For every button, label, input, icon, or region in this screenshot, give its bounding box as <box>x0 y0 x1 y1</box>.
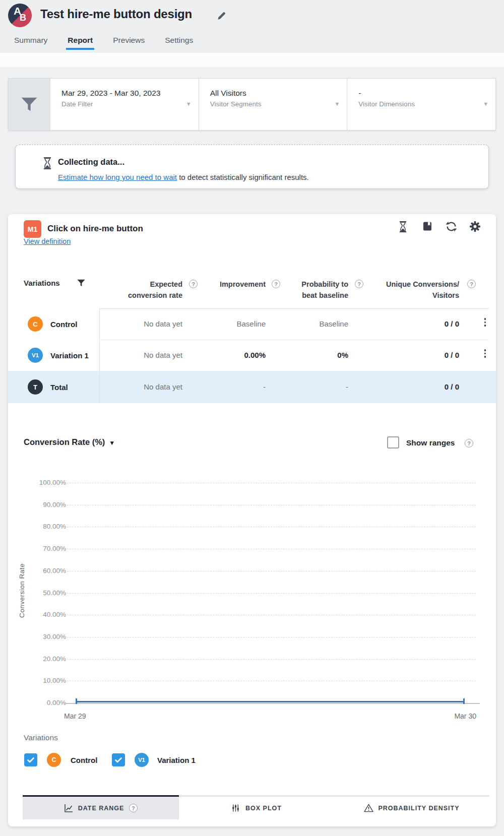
help-icon[interactable]: ? <box>467 280 476 288</box>
filter-bar: Mar 29, 2023 - Mar 30, 2023 Date Filter … <box>8 78 496 131</box>
show-ranges-checkbox[interactable] <box>387 436 399 448</box>
total-badge: T <box>28 379 43 395</box>
cell-improvement: Baseline <box>236 319 266 328</box>
y-gridline <box>67 571 476 571</box>
table-divider-vertical <box>99 308 100 403</box>
visitor-dimensions-dropdown[interactable]: - Visitor Dimensions ▼ <box>347 78 496 131</box>
conversion-rate-series-line <box>76 701 465 702</box>
legend-control-label: Control <box>71 756 97 764</box>
variation-name: Control <box>50 320 77 329</box>
variation-1-legend-checkbox[interactable] <box>112 753 125 766</box>
collecting-data-alert: Collecting data... Estimate how long you… <box>15 145 489 189</box>
tab-probability-density[interactable]: PROBABILITY DENSITY <box>334 797 489 819</box>
y-gridline <box>67 549 476 549</box>
logo-letter-b: B <box>20 13 26 23</box>
control-badge: C <box>28 316 43 332</box>
visitor-dimensions-label: Visitor Dimensions <box>358 100 474 108</box>
chevron-down-icon: ▼ <box>334 101 340 107</box>
visitor-dimensions-value: - <box>358 87 474 99</box>
cell-improvement: - <box>263 382 266 391</box>
help-icon[interactable]: ? <box>129 804 138 812</box>
y-gridline <box>67 615 476 615</box>
y-gridline <box>67 681 476 681</box>
y-gridline <box>67 659 476 660</box>
control-badge: C <box>47 753 61 767</box>
cell-conversions: 0 / 0 <box>445 351 459 359</box>
header-divider-strip <box>0 53 504 67</box>
column-header-probability: Probability to beat baseline <box>301 279 348 301</box>
row-separator <box>99 371 489 371</box>
notebook-icon[interactable] <box>422 221 433 232</box>
cell-conversions: 0 / 0 <box>445 382 459 391</box>
estimate-wait-link[interactable]: Estimate how long you need to wait <box>58 173 177 181</box>
page: A B Test hire-me button design Summary R… <box>0 0 504 836</box>
row-menu-icon[interactable] <box>482 347 488 360</box>
tab-report[interactable]: Report <box>66 36 94 50</box>
tab-summary[interactable]: Summary <box>13 36 49 50</box>
y-tick-label: 90.00% <box>18 501 66 508</box>
cell-expected: No data yet <box>144 351 182 359</box>
cell-conversions: 0 / 0 <box>445 319 459 328</box>
tab-box-plot[interactable]: BOX PLOT <box>179 797 334 819</box>
hourglass-icon[interactable] <box>399 221 409 232</box>
variations-filter-icon[interactable] <box>77 279 85 287</box>
help-icon[interactable]: ? <box>355 280 363 288</box>
help-icon[interactable]: ? <box>465 439 473 447</box>
row-menu-icon[interactable] <box>482 316 488 329</box>
date-filter-dropdown[interactable]: Mar 29, 2023 - Mar 30, 2023 Date Filter … <box>50 78 199 131</box>
series-endpoint-marker <box>463 698 465 704</box>
table-border-top <box>99 308 489 309</box>
visitor-segments-label: Visitor Segments <box>210 100 326 108</box>
cell-expected: No data yet <box>144 382 182 391</box>
hourglass-icon <box>43 157 52 169</box>
y-gridline <box>67 483 476 483</box>
variation-badge: V1 <box>28 348 43 363</box>
gear-icon[interactable] <box>470 221 480 232</box>
tab-date-range[interactable]: DATE RANGE ? <box>23 795 179 819</box>
variation-name: Total <box>50 383 68 392</box>
metric-actions <box>399 221 480 232</box>
help-icon[interactable]: ? <box>189 280 198 288</box>
date-filter-value: Mar 29, 2023 - Mar 30, 2023 <box>61 87 165 99</box>
column-header-unique-conversions: Unique Conversions/ Visitors <box>386 279 459 301</box>
ab-test-logo: A B <box>8 4 32 27</box>
visitor-segments-dropdown[interactable]: All Visitors Visitor Segments ▼ <box>199 78 348 131</box>
row-separator <box>99 340 489 340</box>
main-nav-tabs: Summary Report Previews Settings <box>13 36 195 50</box>
y-gridline <box>67 593 476 594</box>
total-row-highlight <box>8 371 496 403</box>
visitor-segments-value: All Visitors <box>210 87 326 99</box>
control-legend-checkbox[interactable] <box>24 753 37 766</box>
y-tick-label: 100.00% <box>18 479 66 486</box>
tab-settings[interactable]: Settings <box>163 36 195 50</box>
metric-report-card: M1 Click on hire-me button <box>8 214 496 826</box>
date-filter-label: Date Filter <box>61 100 177 108</box>
metric-name: Click on hire-me button <box>47 224 143 234</box>
filter-funnel-icon <box>21 97 37 111</box>
metric-badge: M1 <box>24 220 41 238</box>
legend-title: Variations <box>24 733 58 742</box>
y-tick-label: 0.00% <box>18 699 66 706</box>
filter-funnel-cell[interactable] <box>8 78 50 131</box>
x-tick-label: Mar 30 <box>454 712 476 720</box>
cell-expected: No data yet <box>144 319 182 328</box>
edit-title-icon[interactable] <box>217 11 226 21</box>
box-plot-icon <box>231 804 240 813</box>
chevron-down-icon: ▼ <box>109 439 115 446</box>
show-ranges-label: Show ranges <box>406 438 455 447</box>
tab-previews[interactable]: Previews <box>111 36 146 50</box>
help-icon[interactable]: ? <box>272 280 280 288</box>
cell-probability: Baseline <box>319 319 348 328</box>
chevron-down-icon: ▼ <box>483 101 488 107</box>
view-definition-link[interactable]: View definition <box>24 237 71 245</box>
chart-metric-selector[interactable]: Conversion Rate (%)▼ <box>24 437 115 447</box>
refresh-icon[interactable] <box>446 221 457 232</box>
variation-badge: V1 <box>135 753 149 767</box>
line-chart-icon <box>64 804 73 813</box>
y-gridline <box>67 637 476 637</box>
chevron-down-icon: ▼ <box>186 101 192 107</box>
y-tick-label: 10.00% <box>18 677 66 684</box>
app-header: A B Test hire-me button design Summary R… <box>0 0 504 53</box>
variation-name: Variation 1 <box>50 351 89 360</box>
cell-improvement: 0.00% <box>244 351 266 359</box>
